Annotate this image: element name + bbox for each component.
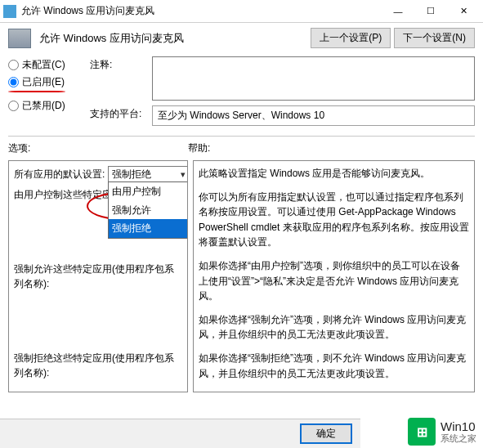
dropdown-item-deny[interactable]: 强制拒绝 — [109, 219, 188, 238]
comment-label: 注释: — [90, 56, 147, 72]
radio-not-configured-label: 未配置(C) — [22, 58, 65, 72]
watermark-line1: Win10 — [441, 420, 476, 434]
radio-disabled[interactable]: 已禁用(D) — [8, 99, 83, 113]
dropdown-item-allow[interactable]: 强制允许 — [109, 201, 188, 220]
platform-value: 至少为 Windows Server、Windows 10 — [152, 105, 475, 126]
help-p3: 如果你选择“由用户控制”选项，则你组织中的员工可以在设备上使用“设置”>“隐私”… — [199, 258, 469, 304]
comment-input[interactable] — [152, 56, 475, 101]
force-deny-label: 强制拒绝这些特定应用(使用程序包系列名称): — [14, 351, 182, 381]
maximize-button[interactable]: ☐ — [414, 1, 447, 22]
panes: 所有应用的默认设置: 强制拒绝 由用户控制 强制允许 强制拒绝 由用户控制这些特… — [0, 155, 483, 392]
prev-setting-button[interactable]: 上一个设置(P) — [311, 28, 391, 48]
radio-disabled-label: 已禁用(D) — [22, 99, 65, 113]
state-radios: 未配置(C) 已启用(E) 已禁用(D) — [8, 56, 83, 126]
divider — [8, 136, 475, 137]
radio-not-configured-input[interactable] — [8, 60, 19, 70]
window-title: 允许 Windows 应用访问麦克风 — [21, 4, 382, 18]
options-heading: 选项: — [8, 141, 188, 155]
radio-enabled-label: 已启用(E) — [22, 75, 65, 89]
config-area: 未配置(C) 已启用(E) 已禁用(D) 注释: 支持的平台: 至少为 Wind… — [0, 56, 483, 126]
platform-label: 支持的平台: — [90, 105, 147, 121]
app-icon — [3, 5, 16, 18]
help-p4: 如果你选择“强制允许”选项，则将允许 Windows 应用访问麦克风，并且你组织… — [199, 312, 469, 343]
help-p6: 如果禁用或未配置此策略设置，你组织中的员工可以在设备上使用“设置”>“隐私”来决… — [199, 389, 469, 392]
watermark-line2: 系统之家 — [441, 433, 476, 443]
radio-enabled-input[interactable] — [8, 77, 19, 87]
minimize-button[interactable]: — — [382, 1, 414, 22]
radio-disabled-input[interactable] — [8, 101, 19, 111]
header: 允许 Windows 应用访问麦克风 上一个设置(P) 下一个设置(N) — [0, 23, 483, 56]
watermark: ⊞ Win10 系统之家 — [401, 415, 483, 448]
force-allow-label: 强制允许这些特定应用(使用程序包系列名称): — [14, 262, 182, 292]
radio-not-configured[interactable]: 未配置(C) — [8, 58, 83, 72]
default-setting-combo[interactable]: 强制拒绝 — [108, 166, 188, 182]
default-setting-label: 所有应用的默认设置: — [14, 167, 105, 182]
help-heading: 帮助: — [188, 141, 475, 155]
policy-title: 允许 Windows 应用访问麦克风 — [39, 31, 302, 46]
ok-button[interactable]: 确定 — [300, 423, 352, 444]
help-pane[interactable]: 此策略设置指定 Windows 应用是否能够访问麦克风。 你可以为所有应用指定默… — [193, 160, 475, 392]
watermark-icon: ⊞ — [408, 418, 436, 446]
dropdown-item-user[interactable]: 由用户控制 — [109, 182, 188, 201]
section-labels: 选项: 帮助: — [0, 141, 483, 155]
options-pane[interactable]: 所有应用的默认设置: 强制拒绝 由用户控制 强制允许 强制拒绝 由用户控制这些特… — [8, 160, 188, 392]
help-p2: 你可以为所有应用指定默认设置，也可以通过指定程序包系列名称按应用设置。可以通过使… — [199, 190, 469, 250]
next-setting-button[interactable]: 下一个设置(N) — [394, 28, 475, 48]
policy-icon — [8, 29, 31, 48]
titlebar: 允许 Windows 应用访问麦克风 — ☐ ✕ — [0, 0, 483, 23]
button-bar: 确定 — [0, 419, 360, 448]
close-button[interactable]: ✕ — [447, 1, 480, 22]
default-setting-dropdown: 由用户控制 强制允许 强制拒绝 — [108, 181, 188, 239]
help-p1: 此策略设置指定 Windows 应用是否能够访问麦克风。 — [199, 166, 469, 181]
combo-value: 强制拒绝 — [112, 167, 151, 182]
help-p5: 如果你选择“强制拒绝”选项，则不允许 Windows 应用访问麦克风，并且你组织… — [199, 351, 469, 381]
radio-enabled[interactable]: 已启用(E) — [8, 75, 83, 89]
annotation-underline — [8, 91, 65, 92]
window-controls: — ☐ ✕ — [382, 1, 480, 22]
